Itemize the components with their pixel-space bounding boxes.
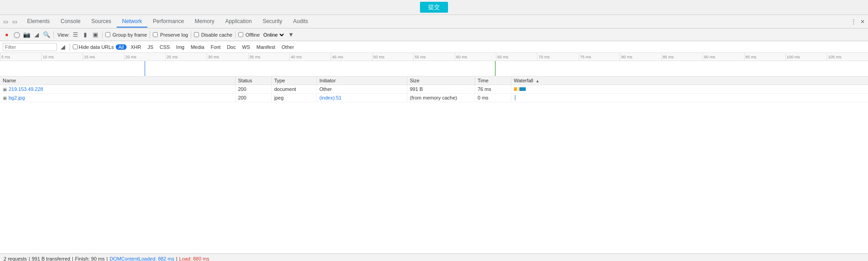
tab-application[interactable]: Application [220,16,257,28]
cell-status-2: 200 [235,94,271,102]
name-link-2[interactable]: bg2.jpg [9,95,25,100]
tick-40ms: 40 ms [289,53,330,61]
view-label: View: [57,32,70,38]
col-header-type[interactable]: Type [271,76,316,85]
disable-cache-label: Disable cache [201,32,232,38]
offline-group: Offline [238,32,260,38]
tick-5ms: 5 ms [0,53,41,61]
group-by-frame-label: Group by frame [113,32,147,38]
tab-memory[interactable]: Memory [189,16,220,28]
tab-sources[interactable]: Sources [86,16,117,28]
tab-performance[interactable]: Performance [147,16,189,28]
disable-cache-checkbox[interactable] [194,32,199,37]
toolbar-separator-4 [191,31,191,38]
cell-initiator-2: (index):51 [316,94,407,102]
cell-time-1: 76 ms [475,85,511,94]
cell-waterfall-2 [511,94,868,102]
filter-type-css[interactable]: CSS [157,44,172,50]
col-header-size[interactable]: Size [407,76,475,85]
cell-type-1: document [271,85,316,94]
filter-type-all[interactable]: All [116,44,127,50]
timeline-blue-marker [145,61,145,76]
filter-separator [70,43,70,51]
table-row[interactable]: ▣ bg2.jpg 200 jpeg (index):51 (from memo… [0,94,868,102]
tick-25ms: 25 ms [165,53,207,61]
throttle-dropdown-icon[interactable]: ▼ [287,31,295,39]
hide-data-urls-checkbox[interactable] [73,44,78,49]
waterfall-receiving-bar [519,87,526,91]
col-header-waterfall[interactable]: Waterfall ▲ [511,76,868,85]
record-button[interactable]: ● [3,31,11,39]
requests-count: 2 requests [4,256,27,261]
tick-75ms: 75 ms [579,53,620,61]
tab-bar-right: ⋮ ✕ [850,18,866,25]
device-icon[interactable]: ▭ [11,18,18,25]
view-large-button[interactable]: ▮ [81,31,90,39]
more-options-icon[interactable]: ⋮ [850,18,857,25]
group-by-frame-group: Group by frame [105,32,147,38]
toolbar-separator-3 [150,31,150,38]
filter-type-ws[interactable]: WS [240,44,252,50]
file-icon-1: ▣ [3,87,7,92]
group-by-frame-checkbox[interactable] [105,32,110,37]
col-header-status[interactable]: Status [235,76,271,85]
preserve-log-group: Preserve log [153,32,188,38]
cell-initiator-1: Other [316,85,407,94]
table-header-row: Name Status Type Initiator Size [0,76,868,85]
file-icon-2: ▣ [3,95,7,100]
filter-type-manifest[interactable]: Manifest [254,44,278,50]
tab-network[interactable]: Network [117,16,147,28]
throttle-select[interactable]: Online [262,32,285,38]
inspect-icon[interactable]: ▭ [2,18,9,25]
col-header-initiator[interactable]: Initiator [316,76,407,85]
preserve-log-checkbox[interactable] [153,32,158,37]
filter-type-media[interactable]: Media [189,44,207,50]
table-row[interactable]: ▣ 219.153.49.228 200 document Other 991 … [0,85,868,94]
waterfall-sort-icon: ▲ [536,79,540,83]
tab-elements[interactable]: Elements [22,16,55,28]
tick-20ms: 20 ms [124,53,165,61]
clear-button[interactable]: ◯ [13,31,21,39]
tick-70ms: 70 ms [537,53,578,61]
cell-size-1: 991 B [407,85,475,94]
filter-icon[interactable]: ◢ [59,43,67,51]
filter-type-font[interactable]: Font [208,44,223,50]
hide-data-urls-label: Hide data URLs [79,44,114,50]
search-button[interactable]: 🔍 [42,31,51,39]
filter-type-xhr[interactable]: XHR [128,44,143,50]
separator-pipe-4: | [176,256,177,261]
filter-type-doc[interactable]: Doc [225,44,238,50]
top-area: 提交 [0,0,868,15]
tick-80ms: 80 ms [620,53,661,61]
filter-input[interactable] [3,43,57,51]
submit-button[interactable]: 提交 [420,2,448,13]
cell-type-2: jpeg [271,94,316,102]
view-screenshots-button[interactable]: ▣ [91,31,99,39]
tick-85ms: 85 ms [661,53,703,61]
tab-console[interactable]: Console [55,16,86,28]
tick-90ms: 90 ms [703,53,744,61]
filter-button[interactable]: ◢ [33,31,41,39]
timeline-area: 5 ms 10 ms 15 ms 20 ms 25 ms 30 ms 35 ms… [0,53,868,76]
offline-checkbox[interactable] [238,32,243,37]
network-table: Name Status Type Initiator Size [0,76,868,102]
tab-security[interactable]: Security [257,16,288,28]
cell-name-2: ▣ bg2.jpg [0,94,235,102]
col-header-name[interactable]: Name [0,76,235,85]
camera-button[interactable]: 📷 [23,31,31,39]
filter-type-js[interactable]: JS [145,44,156,50]
tick-55ms: 55 ms [413,53,454,61]
initiator-link-2[interactable]: (index):51 [320,95,342,100]
tick-10ms: 10 ms [41,53,82,61]
tab-audits[interactable]: Audits [288,16,313,28]
close-devtools-icon[interactable]: ✕ [859,18,866,25]
finish-time: Finish: 90 ms [75,256,104,261]
timeline-content [0,61,868,76]
network-table-area: Name Status Type Initiator Size [0,76,868,253]
preserve-log-label: Preserve log [160,32,188,38]
name-link-1[interactable]: 219.153.49.228 [9,86,43,92]
filter-type-img[interactable]: Img [174,44,187,50]
filter-type-other[interactable]: Other [279,44,297,50]
view-list-button[interactable]: ☰ [71,31,80,39]
col-header-time[interactable]: Time [475,76,511,85]
